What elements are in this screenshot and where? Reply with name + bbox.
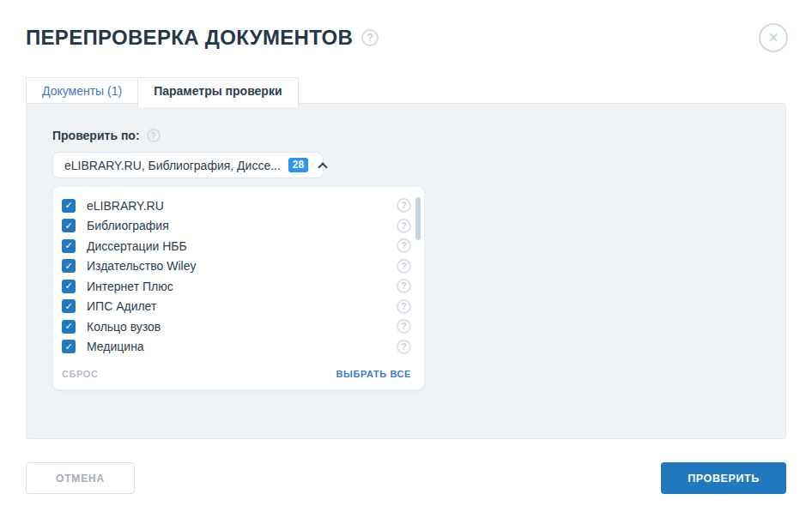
source-checkbox[interactable]: ✓ (62, 280, 76, 293)
sources-list-footer: СБРОСВЫБРАТЬ ВСЕ (62, 369, 411, 379)
tab-documents-label: Документы (1) (42, 84, 122, 98)
sources-dropdown-value: eLIBRARY.RU, Библиография, Диссе... (64, 159, 281, 172)
help-glyph: ? (401, 322, 406, 331)
help-glyph: ? (367, 32, 373, 44)
checkmark-icon: ✓ (64, 262, 72, 271)
help-glyph: ? (401, 281, 406, 291)
source-checkbox[interactable]: ✓ (62, 259, 76, 273)
dialog-footer: ОТМЕНА ПРОВЕРИТЬ (26, 462, 786, 494)
help-icon[interactable]: ? (397, 238, 411, 253)
check-button[interactable]: ПРОВЕРИТЬ (661, 462, 786, 494)
sources-dropdown[interactable]: eLIBRARY.RU, Библиография, Диссе... 28 (52, 152, 324, 178)
help-icon[interactable]: ? (361, 29, 379, 46)
checkmark-icon: ✓ (64, 221, 72, 231)
tab-check-parameters[interactable]: Параметры проверки (137, 77, 298, 107)
close-glyph: ✕ (768, 30, 779, 45)
source-list-item: ✓ Кольцо вузов ? (62, 316, 411, 337)
help-icon[interactable]: ? (397, 198, 411, 213)
check-by-row: Проверить по: ? (52, 129, 760, 142)
source-list-item: ✓ eLIBRARY.RU ? (62, 196, 411, 216)
source-list-item: ✓ Библиография ? (62, 216, 411, 237)
help-glyph: ? (401, 342, 406, 352)
sources-count-badge: 28 (288, 158, 308, 172)
source-label: Медицина (87, 340, 397, 353)
source-list-item: ✓ Диссертации НББ ? (62, 236, 411, 256)
help-icon[interactable]: ? (397, 340, 411, 354)
tab-check-parameters-label: Параметры проверки (154, 84, 282, 98)
help-icon[interactable]: ? (397, 219, 411, 233)
source-checkbox[interactable]: ✓ (62, 199, 76, 213)
checkmark-icon: ✓ (64, 281, 72, 291)
chevron-up-icon (318, 162, 328, 172)
check-by-label: Проверить по: (52, 129, 140, 142)
source-label: Интернет Плюс (87, 280, 397, 293)
source-checkbox[interactable]: ✓ (62, 320, 76, 334)
help-icon[interactable]: ? (147, 129, 161, 142)
tab-documents[interactable]: Документы (1) (26, 77, 138, 104)
source-label: Кольцо вузов (87, 320, 397, 334)
help-icon[interactable]: ? (397, 319, 411, 334)
source-list-item: ✓ Интернет Плюс ? (62, 276, 411, 297)
source-checkbox[interactable]: ✓ (62, 340, 76, 353)
tab-bar: Документы (1) Параметры проверки (26, 77, 786, 107)
checkmark-icon: ✓ (64, 322, 72, 331)
help-icon[interactable]: ? (397, 279, 411, 293)
source-label: ИПС Адилет (87, 299, 397, 313)
source-label: Диссертации НББ (87, 239, 397, 253)
help-glyph: ? (401, 302, 406, 311)
help-glyph: ? (401, 241, 406, 250)
cancel-button[interactable]: ОТМЕНА (26, 462, 135, 494)
source-list-item: ✓ ИПС Адилет ? (62, 297, 411, 317)
checkmark-icon: ✓ (64, 342, 72, 352)
reset-link[interactable]: СБРОС (62, 369, 99, 379)
cancel-button-label: ОТМЕНА (56, 473, 105, 485)
source-label: Издательство Wiley (87, 259, 397, 273)
check-button-label: ПРОВЕРИТЬ (688, 473, 760, 485)
close-icon[interactable]: ✕ (759, 23, 788, 52)
dialog-header: ПЕРЕПРОВЕРКА ДОКУМЕНТОВ ? ✕ (0, 0, 812, 50)
checkmark-icon: ✓ (64, 241, 72, 250)
checkmark-icon: ✓ (64, 201, 72, 210)
source-checkbox[interactable]: ✓ (62, 219, 76, 232)
source-label: Библиография (87, 219, 397, 232)
help-icon[interactable]: ? (397, 259, 411, 274)
scrollbar-thumb[interactable] (415, 197, 421, 240)
select-all-link[interactable]: ВЫБРАТЬ ВСЕ (336, 369, 411, 379)
checkmark-icon: ✓ (64, 302, 72, 311)
source-list-item: ✓ Медицина ? (62, 337, 411, 358)
source-checkbox[interactable]: ✓ (62, 299, 76, 313)
help-glyph: ? (151, 131, 156, 141)
help-icon[interactable]: ? (397, 299, 411, 314)
help-glyph: ? (401, 262, 406, 271)
sources-list: ✓ eLIBRARY.RU ? ✓ Библиография ? ✓ (52, 186, 425, 390)
source-list-item: ✓ Издательство Wiley ? (62, 256, 411, 277)
source-label: eLIBRARY.RU (87, 199, 397, 213)
help-glyph: ? (401, 221, 406, 231)
help-glyph: ? (401, 201, 406, 210)
source-checkbox[interactable]: ✓ (62, 239, 76, 253)
check-parameters-panel: Проверить по: ? eLIBRARY.RU, Библиографи… (26, 103, 786, 439)
page-title: ПЕРЕПРОВЕРКА ДОКУМЕНТОВ (26, 26, 353, 50)
